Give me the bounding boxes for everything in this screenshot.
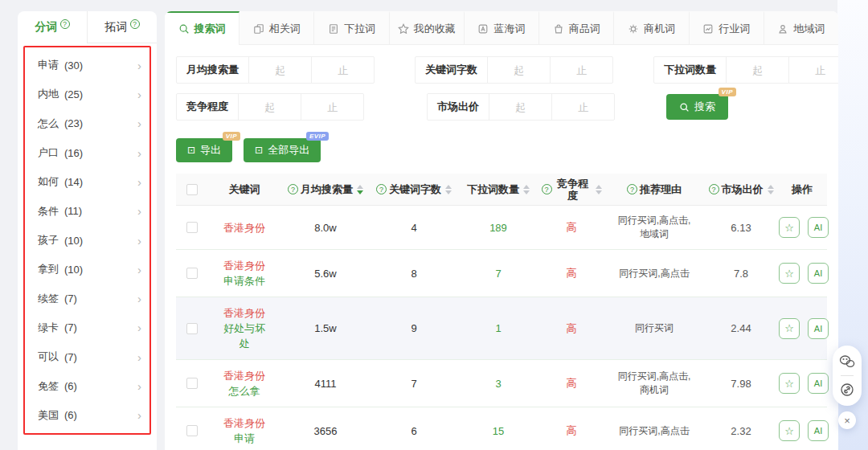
tab-search-words[interactable]: 搜索词: [165, 11, 240, 45]
help-icon[interactable]: ?: [376, 184, 387, 194]
row-checkbox[interactable]: [186, 268, 198, 279]
tab-dropdown-words[interactable]: 下拉词: [314, 11, 389, 45]
sidebar-word-item[interactable]: 拿到 (10) ›: [25, 255, 149, 284]
help-icon[interactable]: ?: [60, 19, 70, 29]
keyword-cell[interactable]: 香港身份怎么拿: [222, 368, 267, 399]
export-all-button[interactable]: ⊡ 全部导出 EVIP: [244, 138, 321, 162]
keyword-cell[interactable]: 香港身份申请: [222, 415, 267, 446]
dropdown-from-input[interactable]: [726, 57, 788, 83]
select-all-checkbox[interactable]: [186, 184, 198, 195]
tab-label: 下拉词: [344, 22, 375, 36]
export-button[interactable]: ⊡ 导出 VIP: [176, 138, 232, 162]
dropdown-to-input[interactable]: [788, 57, 838, 83]
help-icon[interactable]: ?: [542, 184, 552, 194]
sidebar-word-label: 申请: [38, 58, 59, 72]
keyword-cell[interactable]: 香港身份: [222, 220, 267, 235]
sidebar-word-item[interactable]: 续签 (7) ›: [25, 284, 149, 313]
chevron-right-icon: ›: [137, 321, 141, 333]
wechat-icon[interactable]: [838, 354, 856, 370]
volume-to-input[interactable]: [311, 57, 374, 83]
tab-related-words[interactable]: 相关词: [240, 11, 314, 45]
sidebar-word-item[interactable]: 美国 (6) ›: [25, 401, 149, 430]
ai-button[interactable]: AI: [808, 217, 829, 238]
tab-label: 商品词: [569, 22, 600, 36]
volume-cell: 3656: [314, 425, 338, 437]
filter-panel: 月均搜索量 关键词字数 下拉词数量 竞争程度 市场出价: [165, 45, 838, 132]
sidebar-tab-expand-words[interactable]: 拓词 ?: [87, 11, 157, 43]
chevron-right-icon: ›: [137, 59, 141, 72]
favorite-button[interactable]: ☆: [779, 420, 800, 441]
sidebar-word-item[interactable]: 怎么 (23) ›: [25, 109, 149, 138]
keyword-cell[interactable]: 香港身份申请条件: [222, 258, 267, 288]
word-count-cell: 8: [411, 268, 416, 280]
tab-industry-words[interactable]: 行业词: [690, 11, 764, 45]
sort-dropdown[interactable]: [523, 185, 530, 194]
competition-to-input[interactable]: [301, 94, 363, 120]
ai-button[interactable]: AI: [808, 318, 829, 339]
sidebar-word-count: (23): [64, 117, 83, 129]
favorite-button[interactable]: ☆: [779, 217, 800, 238]
favorite-button[interactable]: ☆: [779, 373, 800, 394]
sort-volume[interactable]: [357, 185, 363, 194]
ai-button[interactable]: AI: [808, 263, 829, 284]
price-cell: 6.13: [731, 222, 751, 234]
help-icon[interactable]: ?: [627, 184, 637, 194]
sidebar-word-label: 户口: [38, 145, 59, 160]
help-icon[interactable]: ?: [709, 184, 719, 194]
tab-opportunity-words[interactable]: 商机词: [614, 11, 689, 45]
sort-competition[interactable]: [596, 185, 602, 194]
sidebar-word-item[interactable]: 申请 (30) ›: [25, 51, 149, 80]
volume-from-input[interactable]: [248, 57, 311, 83]
sidebar-word-item[interactable]: 户口 (16) ›: [25, 138, 149, 167]
row-checkbox[interactable]: [186, 425, 198, 436]
chevron-right-icon: ›: [137, 117, 141, 129]
sidebar-tab-label: 分词: [35, 20, 58, 35]
chart-icon: [702, 23, 714, 35]
row-checkbox[interactable]: [186, 378, 198, 389]
help-icon[interactable]: ?: [288, 184, 298, 194]
price-to-input[interactable]: [551, 94, 614, 120]
link-icon[interactable]: [839, 382, 855, 398]
tab-region-words[interactable]: 地域词: [764, 11, 838, 45]
competition-from-input[interactable]: [238, 94, 301, 120]
favorite-button[interactable]: ☆: [779, 318, 800, 339]
row-checkbox[interactable]: [186, 222, 198, 233]
row-checkbox[interactable]: [186, 323, 198, 334]
ai-button[interactable]: AI: [808, 373, 829, 394]
sidebar-word-item[interactable]: 可以 (7) ›: [25, 342, 149, 371]
search-button[interactable]: 搜索 VIP: [666, 94, 728, 120]
header-reason: 推荐理由: [640, 182, 682, 197]
tab-blue-ocean-words[interactable]: 蓝海词: [465, 11, 539, 45]
sort-word-count[interactable]: [445, 185, 452, 194]
sidebar-word-item[interactable]: 孩子 (10) ›: [25, 226, 149, 255]
tab-label: 行业词: [719, 22, 750, 36]
floating-contact-widget: [833, 346, 862, 406]
chevron-right-icon: ›: [137, 380, 141, 392]
favorite-button[interactable]: ☆: [779, 263, 800, 284]
sidebar-word-count: (10): [64, 235, 83, 247]
word-count-from-input[interactable]: [487, 57, 550, 83]
word-count-to-input[interactable]: [550, 57, 612, 83]
ai-button[interactable]: AI: [808, 420, 829, 441]
dropdown-count-cell: 189: [489, 222, 507, 234]
dropdown-count-cell: 3: [495, 378, 501, 390]
sidebar-word-count: (16): [64, 147, 83, 159]
help-icon[interactable]: ?: [130, 19, 140, 29]
sort-price[interactable]: [768, 185, 774, 194]
sidebar-word-item[interactable]: 免签 (6) ›: [25, 371, 149, 400]
sidebar-word-item[interactable]: 条件 (11) ›: [25, 197, 149, 226]
sidebar-word-item[interactable]: 如何 (14) ›: [25, 167, 149, 196]
chevron-right-icon: ›: [137, 205, 141, 217]
sidebar-tab-segment-words[interactable]: 分词 ?: [18, 11, 87, 43]
tab-product-words[interactable]: 商品词: [539, 11, 614, 45]
filter-label: 下拉词数量: [654, 57, 726, 83]
tab-my-favorites[interactable]: 我的收藏: [390, 11, 465, 45]
sidebar-word-item[interactable]: 内地 (25) ›: [25, 80, 149, 108]
close-widget-button[interactable]: ×: [838, 411, 856, 429]
keyword-cell[interactable]: 香港身份好处与坏处: [222, 305, 267, 351]
filter-group-volume: 月均搜索量: [176, 56, 375, 84]
sidebar-word-item[interactable]: 绿卡 (7) ›: [25, 313, 149, 342]
price-from-input[interactable]: [489, 94, 551, 120]
tab-label: 相关词: [269, 22, 301, 36]
sidebar-word-label: 续签: [38, 292, 59, 306]
